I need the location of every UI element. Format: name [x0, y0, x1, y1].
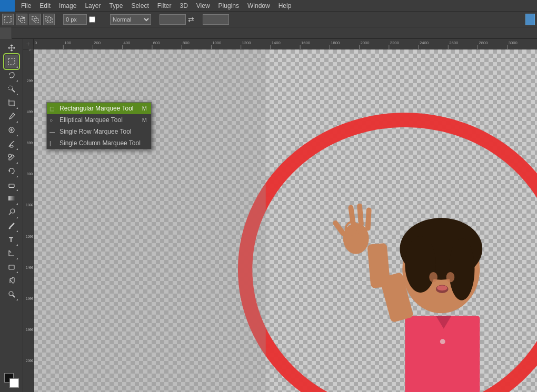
menu-window[interactable]: Window	[243, 1, 274, 11]
svg-text:3000: 3000	[509, 41, 518, 45]
tool-dodge[interactable]	[5, 205, 18, 219]
menu-select[interactable]: Select	[127, 1, 153, 11]
tool-healing[interactable]	[5, 123, 18, 137]
tool-eraser[interactable]	[5, 178, 18, 192]
menu-view[interactable]: View	[192, 1, 214, 11]
svg-text:2800: 2800	[479, 41, 488, 45]
feather-input[interactable]	[63, 14, 87, 25]
menu-filter[interactable]: Filter	[153, 1, 176, 11]
tool-eyedropper[interactable]	[5, 109, 18, 123]
tool-dropdown: ⬚Rectangular Marquee ToolM○Elliptical Ma…	[46, 102, 152, 149]
svg-point-24	[9, 292, 13, 296]
svg-rect-0	[5, 16, 11, 23]
svg-text:2400: 2400	[420, 41, 429, 45]
svg-text:600: 600	[27, 141, 33, 145]
svg-text:1400: 1400	[26, 266, 33, 269]
svg-rect-96	[367, 243, 390, 288]
svg-text:1200: 1200	[26, 235, 33, 238]
svg-text:400: 400	[124, 41, 131, 45]
tool-brush[interactable]	[5, 137, 18, 150]
canvas-area: ⊹ 01002004006008001000120014001600180020…	[23, 39, 537, 392]
svg-point-87	[405, 236, 436, 293]
svg-point-19	[11, 209, 15, 213]
tool-pen[interactable]	[5, 219, 18, 233]
canvas-viewport[interactable]	[34, 49, 537, 392]
tool-clone[interactable]	[5, 150, 18, 164]
svg-rect-61	[23, 49, 33, 392]
menu-file[interactable]: File	[17, 1, 35, 11]
main-layout: T ⊹ 010020040060080010001200140016001800…	[0, 39, 537, 392]
single-col-marquee-label: Single Column Marquee Tool	[59, 139, 141, 147]
tab-bar	[0, 27, 537, 39]
add-selection-btn[interactable]: +	[16, 14, 27, 25]
tool-history[interactable]	[5, 164, 18, 178]
tool-quick-select[interactable]	[5, 82, 18, 96]
svg-text:2600: 2600	[449, 41, 458, 45]
single-row-marquee-label: Single Row Marquee Tool	[59, 128, 132, 135]
menu-help[interactable]: Help	[274, 1, 296, 11]
svg-text:400: 400	[27, 110, 33, 114]
svg-text:+: +	[23, 16, 25, 19]
color-swatches[interactable]	[4, 373, 19, 388]
elliptical-marquee-icon: ○	[49, 117, 53, 123]
svg-line-20	[9, 213, 11, 215]
svg-text:600: 600	[153, 41, 160, 45]
svg-text:1000: 1000	[26, 203, 33, 207]
tool-crop[interactable]	[5, 96, 18, 109]
background-color[interactable]	[9, 378, 19, 388]
svg-line-10	[12, 89, 15, 92]
rectangular-marquee-label: Rectangular Marquee Tool	[59, 105, 134, 112]
subtract-selection-btn[interactable]	[29, 14, 41, 25]
svg-text:1800: 1800	[26, 328, 33, 331]
new-selection-btn[interactable]	[2, 14, 14, 25]
tool-path-select[interactable]	[5, 246, 18, 260]
svg-rect-6	[46, 16, 51, 21]
svg-text:0: 0	[28, 49, 31, 51]
tool-move[interactable]	[5, 41, 18, 55]
menu-edit[interactable]: Edit	[35, 1, 55, 11]
dropdown-single-row-marquee[interactable]: —Single Row Marquee Tool	[47, 126, 151, 137]
ps-logo	[0, 0, 15, 12]
dropdown-rectangular-marquee[interactable]: ⬚Rectangular Marquee ToolM	[47, 103, 151, 114]
height-input[interactable]	[203, 14, 229, 25]
svg-text:0: 0	[35, 41, 37, 45]
menu-3d[interactable]: 3D	[175, 1, 192, 11]
svg-rect-104	[34, 49, 266, 392]
svg-point-103	[440, 339, 445, 344]
select-mask-button[interactable]	[525, 14, 535, 25]
tool-lasso[interactable]	[5, 68, 18, 82]
rectangular-marquee-shortcut: M	[142, 105, 147, 112]
svg-text:2000: 2000	[26, 359, 33, 363]
tool-zoom[interactable]	[5, 287, 18, 301]
ruler-corner: ⊹	[23, 39, 34, 49]
ruler-corner-icon: ⊹	[26, 42, 30, 46]
menu-layer[interactable]: Layer	[81, 1, 105, 11]
options-bar: + Normal Fixed Ratio Fixed Size ⇄	[0, 12, 537, 27]
tool-shape[interactable]	[5, 260, 18, 274]
dropdown-single-col-marquee[interactable]: |Single Column Marquee Tool	[47, 137, 151, 149]
dropdown-elliptical-marquee[interactable]: ○Elliptical Marquee ToolM	[47, 114, 151, 126]
tool-marquee[interactable]	[5, 55, 18, 68]
menu-plugins[interactable]: Plugins	[214, 1, 243, 11]
svg-rect-23	[9, 265, 14, 269]
tool-text[interactable]: T	[5, 233, 18, 246]
swap-icon[interactable]: ⇄	[188, 15, 194, 24]
tool-hand[interactable]	[5, 274, 18, 287]
svg-text:800: 800	[27, 172, 33, 176]
toolbar: T	[0, 39, 23, 392]
menu-type[interactable]: Type	[105, 1, 127, 11]
tool-gradient[interactable]	[5, 192, 18, 205]
svg-text:1200: 1200	[242, 41, 251, 45]
style-select[interactable]: Normal Fixed Ratio Fixed Size	[110, 14, 151, 25]
width-input[interactable]	[160, 14, 186, 25]
svg-line-100	[368, 210, 369, 228]
document-tab[interactable]	[0, 27, 12, 39]
svg-text:800: 800	[183, 41, 190, 45]
intersect-selection-btn[interactable]	[43, 14, 55, 25]
svg-text:2200: 2200	[390, 41, 399, 45]
anti-alias-checkbox[interactable]	[89, 16, 95, 23]
svg-text:2000: 2000	[361, 41, 370, 45]
menu-image[interactable]: Image	[55, 1, 81, 11]
svg-point-90	[446, 272, 455, 283]
svg-text:1600: 1600	[301, 41, 310, 45]
